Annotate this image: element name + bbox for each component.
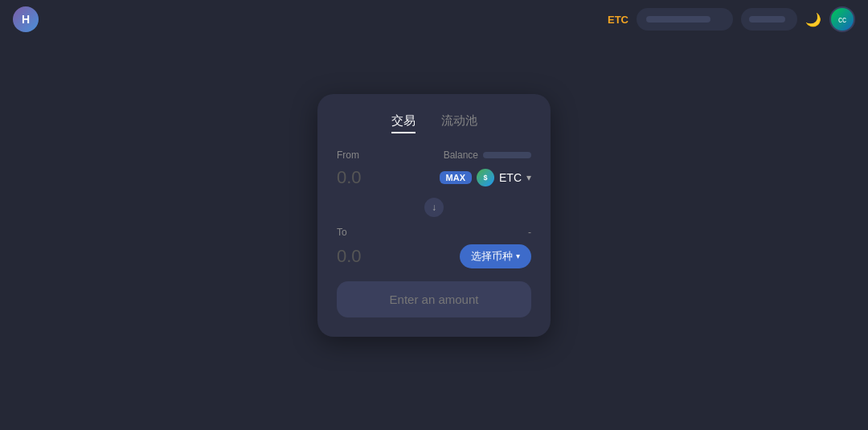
card-container: 交易 流动池 From Balance 0.0 MAX $ ETC [317, 94, 551, 337]
to-amount[interactable]: 0.0 [337, 246, 362, 267]
from-section: From Balance 0.0 MAX $ ETC ▾ [337, 149, 531, 188]
swap-direction-button[interactable]: ↓ [424, 198, 444, 217]
arrow-down-icon: ↓ [432, 202, 436, 213]
from-input-row: 0.0 MAX $ ETC ▾ [337, 167, 531, 188]
balance-label: Balance [444, 149, 478, 161]
from-header: From Balance [337, 149, 531, 161]
select-coin-label: 选择币种 [471, 249, 513, 264]
select-coin-chevron-icon: ▾ [516, 252, 520, 260]
logo-letter: H [22, 13, 30, 26]
logo[interactable]: H [13, 6, 39, 32]
network-badge[interactable]: ETC [608, 14, 628, 26]
to-section: To - 0.0 选择币种 ▾ [337, 227, 531, 268]
select-coin-button[interactable]: 选择币种 ▾ [460, 244, 531, 268]
tab-liquidity[interactable]: 流动池 [441, 113, 477, 133]
tab-trade[interactable]: 交易 [391, 113, 416, 133]
from-token-chevron-icon[interactable]: ▾ [526, 172, 531, 183]
to-label: To [337, 227, 347, 238]
from-amount[interactable]: 0.0 [337, 167, 362, 188]
to-header: To - [337, 227, 531, 238]
token-icon-symbol: $ [483, 174, 487, 182]
swap-direction-divider: ↓ [337, 198, 531, 217]
from-token-selector: MAX $ ETC ▾ [440, 169, 531, 186]
address-pill-2[interactable] [741, 8, 797, 31]
to-dash: - [528, 227, 531, 238]
swap-card: 交易 流动池 From Balance 0.0 MAX $ ETC [317, 94, 551, 337]
etc-token-icon: $ [477, 169, 494, 186]
avatar-label: cc [838, 15, 846, 24]
from-label: From [337, 149, 359, 161]
from-token-name: ETC [499, 171, 522, 184]
tab-bar: 交易 流动池 [337, 113, 531, 133]
header-right: ETC 🌙 cc [608, 6, 855, 32]
to-input-row: 0.0 选择币种 ▾ [337, 244, 531, 268]
theme-toggle-icon[interactable]: 🌙 [805, 12, 821, 27]
enter-amount-button[interactable]: Enter an amount [337, 281, 531, 317]
avatar[interactable]: cc [829, 6, 855, 32]
balance-area: Balance [444, 149, 531, 161]
max-button[interactable]: MAX [440, 171, 472, 184]
address-pill-1[interactable] [637, 8, 733, 31]
balance-bar [483, 152, 531, 158]
header: H ETC 🌙 cc [0, 0, 868, 39]
